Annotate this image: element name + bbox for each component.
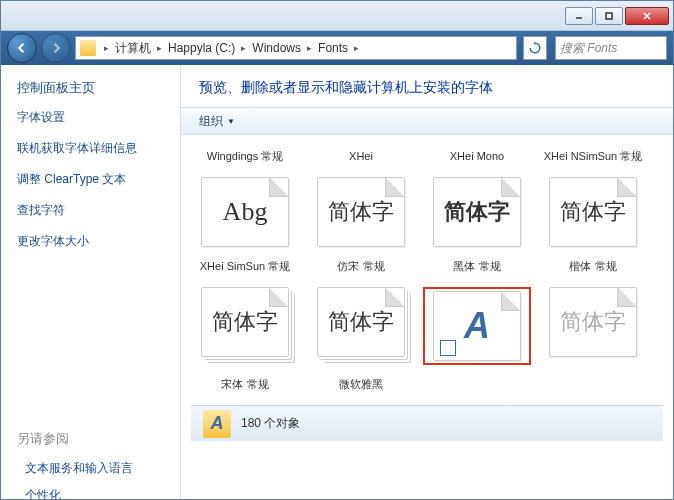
- font-thumb: 简体字: [433, 177, 521, 247]
- sidebar-link-cleartype[interactable]: 调整 ClearType 文本: [17, 171, 164, 188]
- statusbar: A 180 个对象: [191, 405, 663, 441]
- font-item[interactable]: 简体字: [539, 287, 647, 365]
- folder-icon: [80, 40, 96, 56]
- breadcrumb-seg[interactable]: Fonts: [316, 41, 350, 55]
- titlebar: [1, 1, 673, 31]
- back-button[interactable]: [7, 33, 37, 63]
- breadcrumb-seg[interactable]: Happyla (C:): [166, 41, 237, 55]
- organize-button[interactable]: 组织 ▼: [191, 111, 243, 132]
- fonts-folder-icon: A: [203, 410, 231, 438]
- sidebar-link-font-settings[interactable]: 字体设置: [17, 109, 164, 126]
- font-item[interactable]: 宋体 常规: [191, 371, 299, 399]
- minimize-button[interactable]: [565, 7, 593, 25]
- close-button[interactable]: [625, 7, 669, 25]
- font-thumb: Abg: [201, 177, 289, 247]
- chevron-right-icon: ▸: [303, 43, 316, 53]
- chevron-right-icon: ▸: [100, 43, 113, 53]
- breadcrumb-seg[interactable]: Windows: [250, 41, 303, 55]
- search-placeholder: 搜索 Fonts: [560, 40, 617, 57]
- maximize-button[interactable]: [595, 7, 623, 25]
- chevron-right-icon: ▸: [350, 43, 363, 53]
- chevron-right-icon: ▸: [153, 43, 166, 53]
- font-thumb: 简体字: [317, 287, 405, 357]
- font-item[interactable]: Wingdings 常规: [191, 143, 299, 171]
- font-item[interactable]: XHei NSimSun 常规: [539, 143, 647, 171]
- font-item[interactable]: 仿宋 常规: [307, 253, 415, 281]
- font-item[interactable]: XHei Mono: [423, 143, 531, 171]
- svg-rect-1: [606, 13, 612, 19]
- breadcrumb[interactable]: ▸ 计算机 ▸ Happyla (C:) ▸ Windows ▸ Fonts ▸: [75, 36, 517, 60]
- sidebar-link-text-services[interactable]: 文本服务和输入语言: [25, 460, 164, 477]
- font-item[interactable]: 简体字: [307, 287, 415, 365]
- chevron-down-icon: ▼: [227, 117, 235, 126]
- sidebar: 控制面板主页 字体设置 联机获取字体详细信息 调整 ClearType 文本 查…: [1, 65, 181, 499]
- font-thumb: 简体字: [317, 177, 405, 247]
- chevron-right-icon: ▸: [237, 43, 250, 53]
- font-item[interactable]: [539, 371, 647, 399]
- content-area: 预览、删除或者显示和隐藏计算机上安装的字体 组织 ▼ Wingdings 常规 …: [181, 65, 673, 499]
- font-item[interactable]: Abg: [191, 177, 299, 247]
- font-item[interactable]: 简体字: [539, 177, 647, 247]
- sidebar-link-find-char[interactable]: 查找字符: [17, 202, 164, 219]
- font-item[interactable]: 简体字: [191, 287, 299, 365]
- toolbar: 组织 ▼: [181, 107, 673, 135]
- search-input[interactable]: 搜索 Fonts: [555, 36, 667, 60]
- breadcrumb-seg[interactable]: 计算机: [113, 40, 153, 57]
- page-title: 预览、删除或者显示和隐藏计算机上安装的字体: [181, 65, 673, 107]
- sidebar-link-font-size[interactable]: 更改字体大小: [17, 233, 164, 250]
- font-thumb: 简体字: [549, 287, 637, 357]
- font-item[interactable]: 楷体 常规: [539, 253, 647, 281]
- font-item[interactable]: 简体字: [423, 177, 531, 247]
- font-item[interactable]: [423, 371, 531, 399]
- font-thumb: 简体字: [549, 177, 637, 247]
- font-grid: Wingdings 常规 XHei XHei Mono XHei NSimSun…: [181, 135, 673, 499]
- sidebar-title: 控制面板主页: [17, 79, 164, 97]
- font-thumb: 简体字: [201, 287, 289, 357]
- font-item[interactable]: XHei: [307, 143, 415, 171]
- sidebar-link-online-fonts[interactable]: 联机获取字体详细信息: [17, 140, 164, 157]
- status-count: 180 个对象: [241, 415, 300, 432]
- sidebar-see-also-title: 另请参阅: [17, 430, 164, 448]
- font-item[interactable]: 黑体 常规: [423, 253, 531, 281]
- navbar: ▸ 计算机 ▸ Happyla (C:) ▸ Windows ▸ Fonts ▸…: [1, 31, 673, 65]
- font-item[interactable]: 简体字: [307, 177, 415, 247]
- font-item[interactable]: XHei SimSun 常规: [191, 253, 299, 281]
- font-shortcut-thumb: A: [433, 291, 521, 361]
- forward-button[interactable]: [41, 33, 71, 63]
- font-item-highlighted[interactable]: A: [423, 287, 531, 365]
- font-item[interactable]: 微软雅黑: [307, 371, 415, 399]
- refresh-button[interactable]: [523, 36, 547, 60]
- sidebar-link-personalization[interactable]: 个性化: [25, 487, 164, 500]
